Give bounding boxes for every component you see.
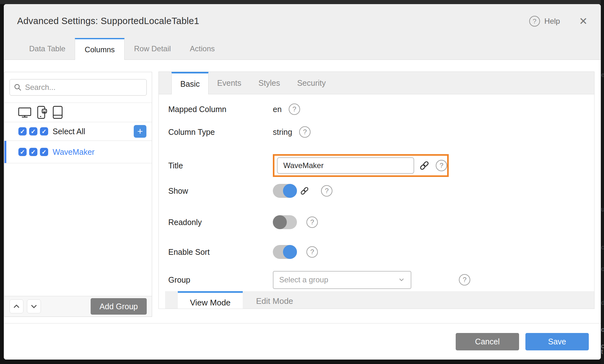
advanced-settings-dialog: Advanced Settings: SupportedLocaleTable1… [4, 4, 601, 360]
tab-data-table[interactable]: Data Table [20, 38, 75, 60]
move-up-button[interactable] [10, 299, 23, 313]
settings-tabbar: Basic Events Styles Security [159, 72, 594, 94]
tab-security[interactable]: Security [289, 72, 334, 94]
save-button[interactable]: Save [525, 333, 589, 350]
chevron-up-icon [13, 303, 20, 310]
enable-sort-help-icon[interactable]: ? [306, 246, 318, 258]
column-type-help-icon[interactable]: ? [299, 126, 311, 138]
column-type-value: string [273, 128, 292, 137]
group-label: Group [168, 275, 273, 285]
group-help-icon[interactable]: ? [459, 274, 470, 286]
select-all-desktop-checkbox[interactable] [18, 127, 27, 135]
readonly-toggle[interactable] [273, 215, 297, 229]
select-all-row: Select All + [4, 122, 152, 141]
title-help-icon[interactable]: ? [436, 160, 447, 171]
group-row: Group Select a group ? [168, 270, 591, 289]
cancel-button[interactable]: Cancel [456, 333, 519, 350]
readonly-help-icon[interactable]: ? [306, 217, 318, 228]
tab-actions[interactable]: Actions [180, 38, 224, 60]
add-column-button[interactable]: + [134, 125, 146, 138]
dialog-footer: Cancel Save [4, 323, 601, 360]
toggle-knob [273, 215, 287, 229]
mobile-icon[interactable] [36, 105, 47, 119]
dialog-header: Advanced Settings: SupportedLocaleTable1… [4, 4, 601, 38]
select-all-tablet-checkbox[interactable] [40, 127, 48, 135]
title-highlight-box: ? [273, 154, 449, 177]
close-icon[interactable]: ✕ [579, 16, 588, 26]
column-tablet-checkbox[interactable] [40, 148, 48, 156]
tablet-icon[interactable] [52, 105, 63, 119]
tab-styles[interactable]: Styles [250, 72, 289, 94]
help-link[interactable]: Help [544, 17, 560, 26]
desktop-icon[interactable] [18, 107, 32, 118]
chevron-down-icon [398, 276, 405, 283]
column-desktop-checkbox[interactable] [18, 148, 27, 156]
title-label: Title [168, 161, 273, 170]
readonly-row: Readonly ? [168, 215, 591, 229]
select-all-mobile-checkbox[interactable] [29, 127, 37, 135]
show-help-icon[interactable]: ? [321, 185, 332, 197]
device-icons-row [4, 103, 152, 122]
backdrop-top-band [0, 0, 604, 4]
move-down-button[interactable] [27, 299, 41, 313]
column-mobile-checkbox[interactable] [29, 148, 37, 156]
add-group-button[interactable]: Add Group [91, 298, 147, 315]
selected-indicator [4, 141, 6, 163]
select-all-label: Select All [53, 127, 85, 136]
group-select-placeholder: Select a group [279, 275, 398, 284]
columns-sidebar: Select All + WaveMaker Add Group [4, 72, 152, 317]
tab-columns[interactable]: Columns [75, 38, 125, 60]
mode-tabbar: View Mode Edit Mode [165, 291, 594, 309]
enable-sort-toggle[interactable] [273, 245, 297, 259]
main-tabbar: Data Table Columns Row Detail Actions [4, 38, 601, 60]
tab-row-detail[interactable]: Row Detail [125, 38, 180, 60]
title-input[interactable] [277, 157, 414, 174]
tab-edit-mode[interactable]: Edit Mode [243, 291, 306, 309]
mapped-column-help-icon[interactable]: ? [289, 104, 300, 115]
title-row: Title ? [168, 154, 591, 177]
sidebar-footer: Add Group [4, 296, 152, 317]
dialog-title: Advanced Settings: SupportedLocaleTable1 [17, 16, 199, 26]
show-label: Show [168, 186, 273, 196]
column-type-label: Column Type [168, 128, 273, 137]
search-input[interactable] [10, 79, 147, 96]
readonly-label: Readonly [168, 218, 273, 227]
column-label[interactable]: WaveMaker [53, 147, 94, 157]
help-icon[interactable]: ? [529, 16, 540, 27]
show-row: Show ? [168, 184, 591, 198]
mapped-column-value: en [273, 105, 282, 114]
enable-sort-row: Enable Sort ? [168, 245, 591, 259]
toggle-knob [283, 245, 297, 259]
backdrop-edge-strip: euoodcot [601, 0, 604, 364]
enable-sort-label: Enable Sort [168, 248, 273, 257]
chevron-down-icon [30, 303, 38, 310]
show-toggle[interactable] [273, 184, 297, 198]
column-settings-panel: Basic Events Styles Security Mapped Colu… [158, 72, 594, 309]
column-type-row: Column Type string ? [168, 125, 591, 139]
group-select[interactable]: Select a group [273, 271, 411, 289]
mapped-column-row: Mapped Column en ? [168, 102, 591, 116]
basic-tab-content: Mapped Column en ? Column Type string ? … [159, 94, 594, 309]
tab-events[interactable]: Events [209, 72, 250, 94]
dialog-body: Select All + WaveMaker Add Group [4, 60, 601, 360]
search-row [4, 72, 152, 103]
sidebar-spacer [4, 163, 152, 296]
column-row-wavemaker[interactable]: WaveMaker [4, 141, 152, 163]
toggle-knob [283, 184, 297, 198]
bind-link-icon[interactable] [419, 160, 430, 171]
tab-view-mode[interactable]: View Mode [178, 291, 243, 309]
show-bind-link-icon[interactable] [299, 186, 310, 196]
tab-basic[interactable]: Basic [171, 72, 209, 94]
mapped-column-label: Mapped Column [168, 105, 273, 114]
